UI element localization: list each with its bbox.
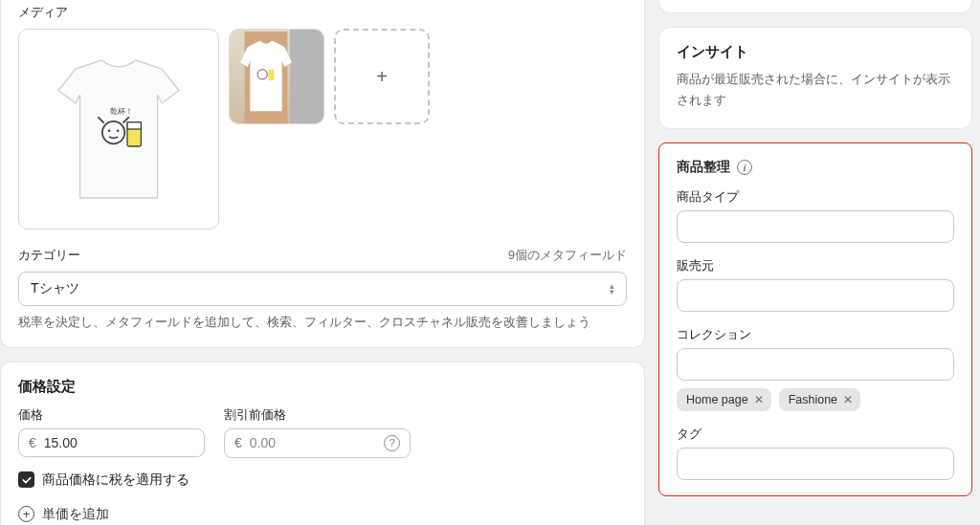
category-select[interactable]: Tシャツ ▴▾ bbox=[18, 272, 627, 306]
tax-checkbox[interactable] bbox=[18, 471, 34, 488]
insights-card: インサイト 商品が最近販売された場合に、インサイトが表示されます bbox=[658, 27, 972, 129]
metafields-link[interactable]: 9個のメタフィールド bbox=[508, 248, 627, 264]
insights-body: 商品が最近販売された場合に、インサイトが表示されます bbox=[677, 69, 954, 111]
svg-point-1 bbox=[108, 130, 111, 133]
collection-tag[interactable]: Home page ✕ bbox=[677, 388, 771, 411]
pricing-title: 価格設定 bbox=[18, 378, 627, 396]
category-label: カテゴリー bbox=[18, 247, 80, 264]
collections-tags: Home page ✕ Fashione ✕ bbox=[677, 388, 954, 411]
plus-circle-icon: + bbox=[18, 506, 34, 522]
add-unit-price-button[interactable]: + 単価を追加 bbox=[18, 506, 627, 523]
chevron-updown-icon: ▴▾ bbox=[610, 283, 614, 295]
svg-point-2 bbox=[117, 130, 120, 133]
category-help: 税率を決定し、メタフィールドを追加して、検索、フィルター、クロスチャネル販売を改… bbox=[18, 314, 627, 332]
product-type-label: 商品タイプ bbox=[677, 189, 954, 206]
compare-at-value: 0.00 bbox=[250, 435, 376, 450]
collections-input[interactable] bbox=[677, 348, 954, 381]
tags-input[interactable] bbox=[677, 448, 954, 480]
media-label: メディア bbox=[18, 4, 627, 21]
media-row: 乾杯！ + bbox=[18, 29, 627, 230]
collection-tag-label: Home page bbox=[686, 393, 748, 406]
organization-title-text: 商品整理 bbox=[677, 159, 730, 176]
remove-tag-icon[interactable]: ✕ bbox=[754, 393, 764, 406]
svg-rect-4 bbox=[127, 122, 141, 129]
pricing-card: 価格設定 価格 € 15.00 割引前価格 € 0.00 ? bbox=[0, 361, 645, 525]
vendor-input[interactable] bbox=[677, 279, 954, 312]
add-unit-label: 単価を追加 bbox=[42, 506, 109, 523]
svg-text:乾杯！: 乾杯！ bbox=[110, 107, 133, 116]
price-value: 15.00 bbox=[44, 435, 194, 450]
currency-symbol: € bbox=[234, 435, 242, 450]
previous-card-edge bbox=[658, 0, 972, 13]
price-label: 価格 bbox=[18, 407, 205, 424]
compare-at-input[interactable]: € 0.00 ? bbox=[224, 428, 411, 458]
media-thumbnail-main[interactable]: 乾杯！ bbox=[18, 29, 219, 230]
collection-tag-label: Fashione bbox=[789, 393, 837, 406]
media-thumbnail-secondary[interactable] bbox=[229, 29, 324, 124]
tags-label: タグ bbox=[677, 427, 954, 443]
tax-checkbox-label: 商品価格に税を適用する bbox=[42, 471, 189, 489]
collection-tag[interactable]: Fashione ✕ bbox=[779, 388, 860, 411]
media-card: メディア 乾杯！ bbox=[0, 0, 645, 348]
plus-icon: + bbox=[376, 66, 388, 88]
insights-title: インサイト bbox=[677, 43, 954, 61]
price-input[interactable]: € 15.00 bbox=[18, 428, 205, 457]
organization-card: 商品整理 i 商品タイプ 販売元 コレクション Home page ✕ bbox=[658, 142, 972, 496]
media-add-tile[interactable]: + bbox=[334, 29, 430, 124]
category-value: Tシャツ bbox=[31, 280, 79, 297]
remove-tag-icon[interactable]: ✕ bbox=[843, 393, 853, 406]
svg-rect-8 bbox=[269, 70, 275, 81]
product-type-input[interactable] bbox=[677, 210, 954, 243]
organization-title: 商品整理 i bbox=[677, 159, 954, 176]
compare-at-label: 割引前価格 bbox=[224, 407, 411, 424]
currency-symbol: € bbox=[29, 435, 36, 450]
vendor-label: 販売元 bbox=[677, 258, 954, 274]
collections-label: コレクション bbox=[677, 327, 954, 343]
help-icon[interactable]: ? bbox=[384, 435, 400, 451]
info-icon[interactable]: i bbox=[737, 160, 752, 175]
